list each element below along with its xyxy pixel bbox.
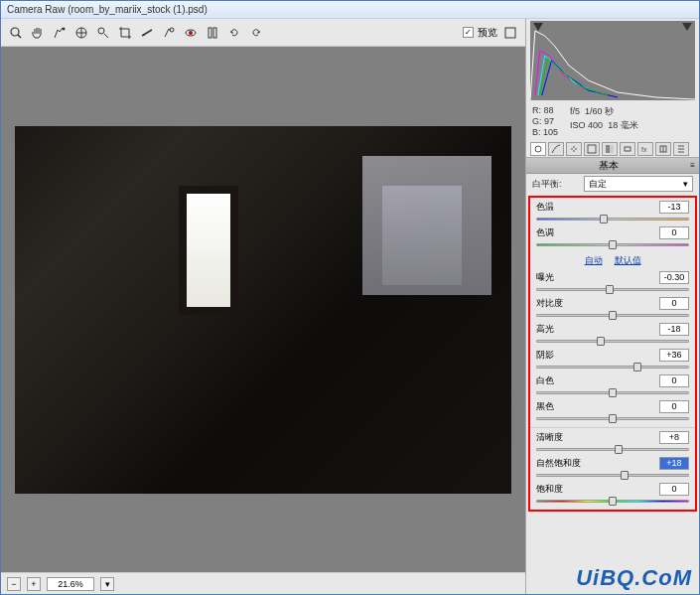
- target-adjust-icon[interactable]: [94, 24, 112, 42]
- zoom-field[interactable]: 21.6%: [47, 577, 94, 591]
- rotate-ccw-icon[interactable]: [225, 24, 243, 42]
- toolbar: ✓ 预览: [1, 19, 525, 47]
- slider-thumb[interactable]: [609, 311, 617, 320]
- slider-thumb[interactable]: [597, 337, 605, 346]
- whites-slider[interactable]: [536, 388, 689, 398]
- shadows-value[interactable]: +36: [659, 349, 689, 362]
- slider-exposure: 曝光-0.30: [530, 270, 695, 296]
- aperture-value: f/5: [570, 106, 580, 116]
- highlights-slider[interactable]: [536, 337, 689, 347]
- zoom-dropdown-icon[interactable]: ▾: [100, 577, 114, 591]
- highlight-clip-icon[interactable]: [682, 23, 692, 33]
- slider-thumb[interactable]: [609, 414, 617, 423]
- shutter-value: 1/60 秒: [585, 106, 614, 116]
- tab-calibration[interactable]: [655, 142, 671, 156]
- photo-preview: [15, 126, 511, 494]
- tab-basic[interactable]: [530, 142, 546, 156]
- zoom-tool-icon[interactable]: [7, 24, 25, 42]
- tint-slider[interactable]: [536, 240, 689, 250]
- photo-door: [179, 186, 238, 315]
- tab-detail[interactable]: [566, 142, 582, 156]
- separator: [530, 427, 695, 428]
- wb-dropdown[interactable]: 自定 ▾: [584, 176, 693, 192]
- svg-line-1: [18, 35, 21, 38]
- zoom-in-button[interactable]: +: [27, 577, 41, 591]
- svg-point-2: [63, 27, 66, 30]
- temp-slider[interactable]: [536, 215, 689, 224]
- camera-raw-window: Camera Raw (room_by_mariix_stock (1).psd…: [0, 0, 700, 595]
- slider-thumb[interactable]: [606, 285, 614, 294]
- fullscreen-icon[interactable]: [501, 24, 519, 42]
- hand-tool-icon[interactable]: [29, 24, 47, 42]
- highlights-label: 高光: [536, 323, 554, 336]
- slider-thumb[interactable]: [621, 471, 629, 480]
- histogram: [530, 21, 695, 100]
- slider-thumb[interactable]: [600, 215, 608, 223]
- exposure-value[interactable]: -0.30: [659, 271, 689, 284]
- preview-checkbox[interactable]: ✓: [463, 27, 474, 38]
- vibrance-value[interactable]: +18: [659, 457, 689, 470]
- prefs-icon[interactable]: [204, 24, 221, 42]
- crop-tool-icon[interactable]: [116, 24, 134, 42]
- svg-point-15: [535, 146, 541, 152]
- left-pane: ✓ 预览 − + 21.6% ▾: [1, 19, 525, 594]
- contrast-value[interactable]: 0: [659, 297, 689, 310]
- slider-vibrance: 自然饱和度+18: [530, 456, 695, 482]
- wb-tool-icon[interactable]: [51, 24, 69, 42]
- default-link[interactable]: 默认值: [615, 254, 641, 267]
- tab-split[interactable]: [602, 142, 618, 156]
- slider-thumb[interactable]: [615, 445, 623, 454]
- slider-tint: 色调0: [530, 225, 695, 251]
- preview-label: 预览: [478, 26, 497, 40]
- clarity-slider[interactable]: [536, 445, 689, 455]
- contrast-slider[interactable]: [536, 311, 689, 321]
- tab-curve[interactable]: [548, 142, 564, 156]
- tab-hsl[interactable]: [584, 142, 600, 156]
- tab-lens[interactable]: [620, 142, 635, 156]
- redeye-tool-icon[interactable]: [182, 24, 200, 42]
- color-sampler-icon[interactable]: [72, 24, 90, 42]
- clarity-value[interactable]: +8: [659, 431, 689, 444]
- auto-link[interactable]: 自动: [585, 254, 603, 267]
- svg-rect-18: [610, 145, 614, 153]
- slider-thumb[interactable]: [609, 240, 617, 249]
- slider-thumb[interactable]: [633, 363, 641, 372]
- toolbar-right: ✓ 预览: [463, 24, 519, 42]
- panel-menu-icon[interactable]: ≡: [690, 158, 695, 174]
- temp-value[interactable]: -13: [659, 201, 689, 214]
- slider-temp: 色温-13: [530, 200, 695, 225]
- tab-fx[interactable]: fx: [637, 142, 653, 156]
- image-canvas[interactable]: [1, 47, 525, 572]
- svg-text:fx: fx: [641, 146, 647, 153]
- exposure-slider[interactable]: [536, 285, 689, 295]
- shadows-slider[interactable]: [536, 363, 689, 372]
- main-content: ✓ 预览 − + 21.6% ▾: [1, 19, 699, 594]
- tint-value[interactable]: 0: [659, 226, 689, 239]
- vibrance-slider[interactable]: [536, 471, 689, 481]
- saturation-slider[interactable]: [536, 497, 689, 507]
- panel-title: 基本: [526, 158, 690, 174]
- titlebar: Camera Raw (room_by_mariix_stock (1).psd…: [1, 1, 699, 19]
- slider-thumb[interactable]: [609, 497, 617, 506]
- tab-presets[interactable]: [673, 142, 689, 156]
- wb-row: 白平衡: 自定 ▾: [526, 174, 699, 194]
- blacks-slider[interactable]: [536, 414, 689, 424]
- straighten-tool-icon[interactable]: [138, 24, 156, 42]
- blacks-value[interactable]: 0: [659, 400, 689, 413]
- zoom-out-button[interactable]: −: [7, 577, 21, 591]
- g-label: G:: [532, 116, 542, 126]
- temp-label: 色温: [536, 201, 554, 214]
- saturation-value[interactable]: 0: [659, 483, 689, 496]
- slider-thumb[interactable]: [609, 388, 617, 397]
- b-label: B:: [532, 127, 541, 137]
- window-title: Camera Raw (room_by_mariix_stock (1).psd…: [7, 4, 208, 15]
- svg-rect-17: [606, 145, 610, 153]
- spot-removal-icon[interactable]: [160, 24, 178, 42]
- rotate-cw-icon[interactable]: [247, 24, 265, 42]
- shadow-clip-icon[interactable]: [533, 23, 543, 33]
- highlights-value[interactable]: -18: [659, 323, 689, 336]
- slider-highlights: 高光-18: [530, 322, 695, 348]
- iso-label: ISO: [570, 120, 586, 130]
- svg-rect-14: [505, 28, 515, 38]
- whites-value[interactable]: 0: [659, 374, 689, 387]
